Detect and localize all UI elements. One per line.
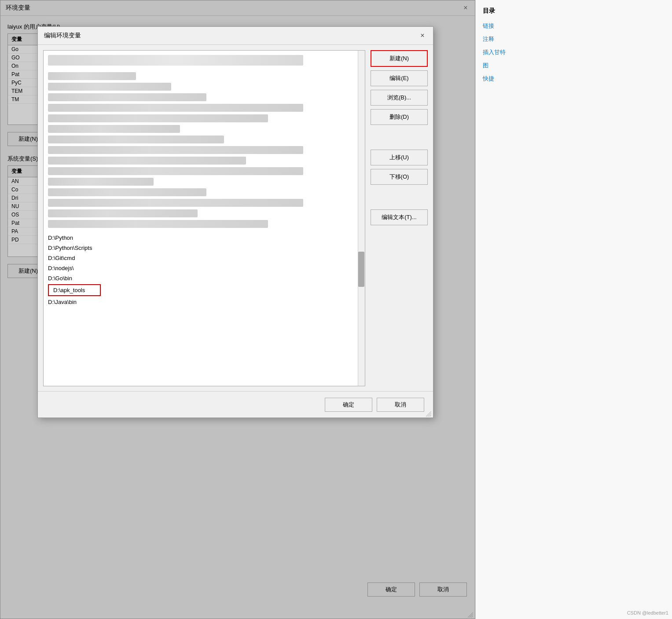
list-item[interactable]: D:\Go\bin (44, 273, 365, 283)
list-item[interactable]: D:\nodejs\ (44, 263, 365, 273)
dialog-ok-btn[interactable]: 确定 (325, 398, 372, 412)
edit-dialog-footer: 确定 取消 (38, 391, 433, 418)
edit-dialog-close-btn[interactable]: × (418, 31, 427, 40)
edit-dialog-btn-panel: 新建(N) 编辑(E) 浏览(B)... 删除(D) 上移(U) 下移(O) 编… (371, 50, 428, 386)
dialog-resize-grip (426, 410, 431, 416)
watermark: CSDN @ledbetter1 (627, 610, 668, 615)
sidebar-link-comment[interactable]: 注释 (483, 35, 665, 43)
edit-dialog-title: 编辑环境变量 (44, 32, 81, 40)
sidebar-link-diagram[interactable]: 图 (483, 62, 665, 70)
scrollbar-thumb[interactable] (358, 252, 364, 287)
scrollbar-track[interactable] (358, 51, 365, 386)
edit-text-btn[interactable]: 编辑文本(T)... (371, 209, 428, 225)
browse-path-btn[interactable]: 浏览(B)... (371, 90, 428, 106)
edit-path-btn[interactable]: 编辑(E) (371, 70, 428, 86)
svg-line-5 (430, 415, 431, 417)
sidebar-link-chain[interactable]: 链接 (483, 22, 665, 30)
sidebar-link-shortcut[interactable]: 快捷 (483, 75, 665, 83)
path-list-container[interactable]: D:\Python D:\Python\Scripts D:\Git\cmd D… (43, 50, 365, 386)
new-path-btn[interactable]: 新建(N) (371, 50, 428, 67)
list-item[interactable]: D:\Git\cmd (44, 253, 365, 263)
delete-path-btn[interactable]: 删除(D) (371, 109, 428, 125)
edit-env-dialog: 编辑环境变量 × (37, 26, 433, 418)
list-item[interactable]: D:\Java\bin (44, 297, 365, 307)
right-sidebar: 目录 链接 注释 插入甘特 图 快捷 (475, 0, 672, 619)
sidebar-title: 目录 (483, 7, 665, 15)
list-item[interactable]: D:\Python\Scripts (44, 243, 365, 253)
list-item[interactable]: D:\Python (44, 233, 365, 243)
move-down-btn[interactable]: 下移(O) (371, 169, 428, 185)
edit-dialog-body: D:\Python D:\Python\Scripts D:\Git\cmd D… (38, 45, 433, 392)
sidebar-link-gantt[interactable]: 插入甘特 (483, 48, 665, 56)
dialog-cancel-btn[interactable]: 取消 (377, 398, 424, 412)
move-up-btn[interactable]: 上移(U) (371, 150, 428, 165)
list-item-highlighted[interactable]: D:\apk_tools (48, 284, 101, 296)
svg-line-4 (428, 413, 431, 417)
edit-dialog-titlebar: 编辑环境变量 × (38, 27, 433, 45)
